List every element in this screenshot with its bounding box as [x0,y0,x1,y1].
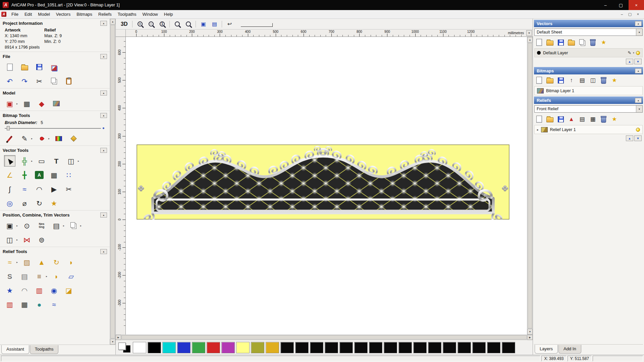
rollup-button[interactable]: ▲ [635,68,642,73]
menu-Window[interactable]: Window [140,10,161,18]
new-relief-layer-icon[interactable] [535,115,543,123]
weave-wizard-icon[interactable]: ▤ [19,270,30,282]
wave-distort-icon[interactable]: ≈ [19,183,30,195]
scroll-down-button[interactable]: ▼ [110,339,115,345]
brush-diameter-slider[interactable] [5,126,104,131]
edit-layer-icon[interactable]: ✎ [628,50,631,55]
palette-swatch-white[interactable] [133,342,146,353]
move-layer-up-button[interactable]: ▲ [626,135,633,141]
menu-Model[interactable]: Model [35,10,53,18]
palette-swatch-black-02[interactable] [295,342,309,353]
offset-vector-icon[interactable]: ◎ [4,197,15,209]
menu-Edit[interactable]: Edit [21,10,35,18]
redo-icon[interactable]: ↷ [19,75,30,87]
relief-layer-row[interactable]: ▸ Relief Layer 1 [534,125,643,134]
artcam-explorer-icon[interactable]: ◪ [48,61,60,73]
palette-swatch-black-06[interactable] [354,342,368,353]
merge-bitmap-layers-icon[interactable]: ▤ [578,76,586,84]
snap-grid-icon[interactable]: ▦ [48,169,60,181]
bitmap-to-vector-icon[interactable]: A [34,169,45,181]
fit-arc-icon[interactable]: ◠ [34,183,45,195]
measure-tool-icon[interactable]: ⌀ [19,197,30,209]
palette-swatch-black-15[interactable] [487,342,500,353]
fit-curve-icon[interactable]: ∫ [4,183,15,195]
calculate-relief-icon[interactable]: ▲ [567,115,576,123]
circular-copy-icon[interactable]: ⊙ [21,220,33,231]
drawing-canvas[interactable] [126,37,527,335]
primary-secondary-colours[interactable] [117,342,131,354]
dropdown-arrow-icon[interactable]: ▼ [636,29,642,36]
bitmap-layer-row[interactable]: Bitmap Layer 1 [534,86,643,95]
vector-doctor-icon[interactable]: ▶ [48,183,60,195]
expand-layer-icon[interactable]: ▸ [537,128,539,131]
close-button[interactable]: × [629,0,644,10]
palette-swatch-magenta[interactable] [221,342,235,353]
star-wizard-icon[interactable]: ★ [4,285,15,296]
tab-layers[interactable]: Layers [535,345,558,354]
merge-vector-layers-icon[interactable] [578,38,586,47]
save-relief-layer-icon[interactable] [556,115,565,123]
spin-relief-icon[interactable]: ↻ [51,256,62,268]
menu-File[interactable]: File [8,10,21,18]
group-vectors-icon[interactable] [68,220,79,231]
node-editing-icon[interactable]: ╋ [19,169,30,181]
paint-brush-icon[interactable] [4,133,15,144]
new-sheet-icon[interactable]: ★ [599,38,608,47]
new-vector-layer-icon[interactable] [535,38,543,47]
scroll-right-button[interactable]: ▶ [527,335,533,340]
palette-swatch-black-14[interactable] [472,342,486,353]
align-objects-icon[interactable]: ▣ [4,220,15,231]
rotate-axis-icon[interactable]: ↻ [34,197,45,209]
undo-icon[interactable]: ↶ [4,75,15,87]
tab-assistant[interactable]: Assistant [1,345,29,354]
layer-visibility-icon[interactable] [636,128,640,132]
delete-vector-layer-icon[interactable] [589,38,597,47]
minimize-button[interactable]: – [598,0,613,10]
turn-relief-icon[interactable]: ◗ [65,256,77,268]
shape-editor-icon[interactable]: ▲ [36,256,47,268]
cut-icon[interactable]: ✂ [34,75,45,87]
lighting-material-icon[interactable]: ◆ [36,98,47,109]
dropdown-arrow-icon[interactable]: ▼ [636,106,642,112]
select-vectors-icon[interactable] [4,155,15,167]
delete-bitmap-layer-icon[interactable] [599,76,608,84]
flood-fill-icon[interactable] [68,133,79,144]
import-vectors-icon[interactable] [567,38,576,47]
open-bitmap-layer-icon[interactable] [546,76,554,84]
move-layer-down-button[interactable]: ▼ [634,135,642,141]
new-bitmap-layer-icon[interactable] [535,76,543,84]
relief-grid-icon[interactable]: ▦ [589,115,597,123]
create-ellipse-icon[interactable]: ◫ [65,155,77,167]
zoom-fit-page-icon[interactable] [173,20,181,28]
block-copy-icon[interactable]: ▤ [51,220,62,231]
move-layer-down-button[interactable]: ▼ [634,59,642,64]
slider-handle[interactable] [7,126,10,130]
palette-swatch-black-10[interactable] [413,342,427,353]
open-model-icon[interactable] [19,61,30,73]
nesting-icon[interactable]: Nes ting [36,220,47,231]
scroll-up-button[interactable]: ▲ [110,19,115,24]
panel-splitter-icon[interactable]: ▶ [116,335,121,340]
palette-swatch-black-13[interactable] [458,342,471,353]
scroll-thumb[interactable] [110,25,115,339]
relief-sheet-icon[interactable]: ▤ [578,115,586,123]
texture-relief-icon[interactable]: ▥ [34,285,45,296]
rollup-button[interactable]: ▲ [100,213,107,218]
scroll-up-button[interactable]: ▲ [527,37,533,43]
two-rail-sweep-icon[interactable]: ◠ [19,285,30,296]
scroll-thumb[interactable] [121,335,527,340]
mdi-restore-button[interactable]: ▢ [626,12,634,16]
rollup-button[interactable]: ▲ [100,249,107,254]
save-bitmap-layer-icon[interactable] [556,76,565,84]
layer-menu-icon[interactable]: ▼ [633,52,635,54]
ring-copy-icon[interactable]: ⊚ [36,234,47,245]
delete-relief-layer-icon[interactable] [599,115,608,123]
primary-colour-swatch[interactable] [118,343,126,350]
dome-relief-icon[interactable]: ◉ [48,285,60,296]
copy-icon[interactable] [48,75,60,87]
paste-along-curve-icon[interactable]: ∷ [63,169,74,181]
palette-swatch-black-08[interactable] [384,342,397,353]
vector-sheet-select[interactable]: Default Sheet ▼ [534,28,643,36]
zoom-out-icon[interactable]: − [147,20,155,28]
toggle-3d-view-button[interactable]: 3D [119,21,129,27]
